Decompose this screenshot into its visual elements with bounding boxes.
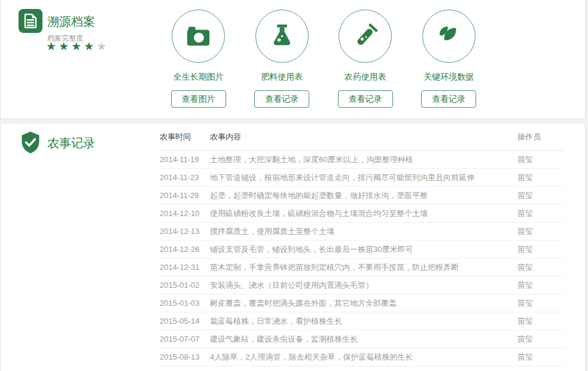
view-pesticide-records-button[interactable]: 查看记录 [338,90,393,108]
archive-item-growth-photos: 全生长期图片 查看图片 [157,10,240,108]
document-icon [19,9,42,33]
archive-panel: 溯源档案 档案完整度 ★★★★★ 全生长期图片 查看图片 [0,0,586,119]
farming-date: 2015-01-02 [160,281,210,290]
pesticide-circle[interactable] [339,10,392,63]
star-icon: ★ [59,40,71,53]
table-row: 2015-01-03 树皮覆盖，覆盖时把滴头露在外面，其它地方全部覆盖 苗玺 [160,294,564,312]
table-row: 2015-01-02 安装滴头、浇水（目前公司使用内置滴头毛管） 苗玺 [160,276,564,294]
operator-name: 苗玺 [517,154,564,165]
operator-name: 苗玺 [517,316,564,327]
farming-content: 苗木定制，手拿营养钵把苗放到定植穴内，不要用手按苗，防止把根弄断 [210,262,517,273]
table-row: 2014-11-23 地下管道铺设，根据地形来设计管道走向，排污阀尽可能留到沟里… [160,169,564,187]
column-header-time: 农事时间 [160,132,210,142]
fertilizer-circle[interactable] [255,10,309,63]
farming-date: 2014-12-10 [160,209,210,218]
section-title: 农事记录 [47,135,95,151]
growth-photos-circle[interactable] [172,10,225,63]
farming-date: 2015-07-07 [160,334,210,343]
archive-items: 全生长期图片 查看图片 肥料使用表 查看记录 [157,10,490,108]
table-row: 2014-12-26 铺设支管及毛管，铺设到地头，长出最后一株苗30厘米即可 苗… [160,241,564,259]
view-photos-button[interactable]: 查看图片 [171,90,226,108]
operator-name: 苗玺 [517,208,564,219]
view-environment-records-button[interactable]: 查看记录 [421,90,476,108]
operator-name: 苗玺 [517,190,564,201]
farming-date: 2014-12-26 [160,245,210,254]
table-row: 2015-07-07 建设气象站，建设杀虫设备，监测植株生长 苗玺 [160,330,564,348]
operator-name: 苗玺 [517,298,564,309]
archive-item-label: 肥料使用表 [261,72,303,83]
star-icon: ★ [96,40,109,53]
farming-content: 使用硫磺粉改良土壤，硫磺粉混合物与土壤混合均匀至整个土壤 [210,208,517,219]
farming-date: 2014-11-29 [160,191,210,200]
archive-item-environment: 关键环境数据 查看记录 [407,10,491,108]
star-icon: ★ [46,40,59,53]
operator-name: 苗玺 [517,334,564,345]
table-row: 2014-12-10 使用硫磺粉改良土壤，硫磺粉混合物与土壤混合均匀至整个土壤 … [160,205,564,223]
farming-content: 地下管道铺设，根据地形来设计管道走向，排污阀尽可能留到沟里且向前延伸 [210,172,517,183]
archive-item-label: 农药使用表 [345,72,386,83]
page-title: 溯源档案 [47,14,95,30]
farming-content: 土地整理，大挖深翻土地，深度60厘米以上，沟壆整理种植 [210,154,517,165]
farming-content: 铺设支管及毛管，铺设到地头，长出最后一株苗30厘米即可 [210,244,517,255]
star-icon: ★ [71,40,84,53]
environment-circle[interactable] [422,10,476,63]
table-row: 2014-11-29 起垄，起垄时确定每块地的能起垄数量，做好排水沟，垄面平整 … [160,187,564,205]
farming-date: 2014-11-19 [160,155,210,164]
table-header-row: 农事时间 农事内容 操作员 [160,123,564,151]
archive-item-label: 关键环境数据 [424,72,474,83]
operator-name: 苗玺 [517,172,564,183]
archive-item-fertilizer: 肥料使用表 查看记录 [240,10,324,108]
farming-date: 2014-12-13 [160,227,210,236]
farming-date: 2014-12-31 [160,263,210,272]
farming-content: 4人除草，2人理滴管，除去相关杂草，保护蓝莓植株的生长 [210,352,517,363]
table-row: 2015-05-14 栽蓝莓植株，日常浇水，看护植株生长 苗玺 [160,312,564,330]
camera-icon [184,22,212,50]
operator-name: 苗玺 [517,244,564,255]
farming-records-table: 农事时间 农事内容 操作员 2014-11-19 土地整理，大挖深翻土地，深度6… [160,123,564,366]
farming-content: 栽蓝莓植株，日常浇水，看护植株生长 [210,316,517,327]
farming-content: 树皮覆盖，覆盖时把滴头露在外面，其它地方全部覆盖 [210,298,517,309]
column-header-operator: 操作员 [517,132,564,142]
farming-date: 2014-11-23 [160,173,210,182]
farming-content: 建设气象站，建设杀虫设备，监测植株生长 [210,334,517,345]
test-tube-icon [351,22,379,50]
leaves-icon [435,22,463,50]
farming-date: 2015-05-14 [160,317,210,326]
records-table-body: 2014-11-19 土地整理，大挖深翻土地，深度60厘米以上，沟壆整理种植 苗… [160,151,564,366]
farming-date: 2015-01-03 [160,299,210,308]
operator-name: 苗玺 [517,226,564,237]
archive-item-pesticide: 农药使用表 查看记录 [324,10,407,108]
farming-content: 安装滴头、浇水（目前公司使用内置滴头毛管） [210,280,517,291]
operator-name: 苗玺 [517,262,564,273]
operator-name: 苗玺 [517,280,564,291]
column-header-content: 农事内容 [210,132,517,142]
table-row: 2014-11-19 土地整理，大挖深翻土地，深度60厘米以上，沟壆整理种植 苗… [160,151,564,169]
farming-content: 搅拌腐质土，使用腐质土至整个土壤 [210,226,517,237]
farming-date: 2015-08-13 [160,352,210,361]
operator-name: 苗玺 [517,352,564,363]
table-row: 2014-12-31 苗木定制，手拿营养钵把苗放到定植穴内，不要用手按苗，防止把… [160,259,564,276]
archive-item-label: 全生长期图片 [173,72,224,83]
shield-check-icon [19,130,42,156]
farming-content: 起垄，起垄时确定每块地的能起垄数量，做好排水沟，垄面平整 [210,190,517,201]
records-panel: 农事记录 农事时间 农事内容 操作员 2014-11-19 土地整理，大挖深翻土… [0,123,586,371]
rating-stars: ★★★★★ [46,39,109,54]
flask-icon [268,22,296,50]
table-row: 2015-08-13 4人除草，2人理滴管，除去相关杂草，保护蓝莓植株的生长 苗… [160,348,564,366]
view-fertilizer-records-button[interactable]: 查看记录 [254,90,309,108]
table-row: 2014-12-13 搅拌腐质土，使用腐质土至整个土壤 苗玺 [160,223,564,241]
star-icon: ★ [84,40,96,53]
